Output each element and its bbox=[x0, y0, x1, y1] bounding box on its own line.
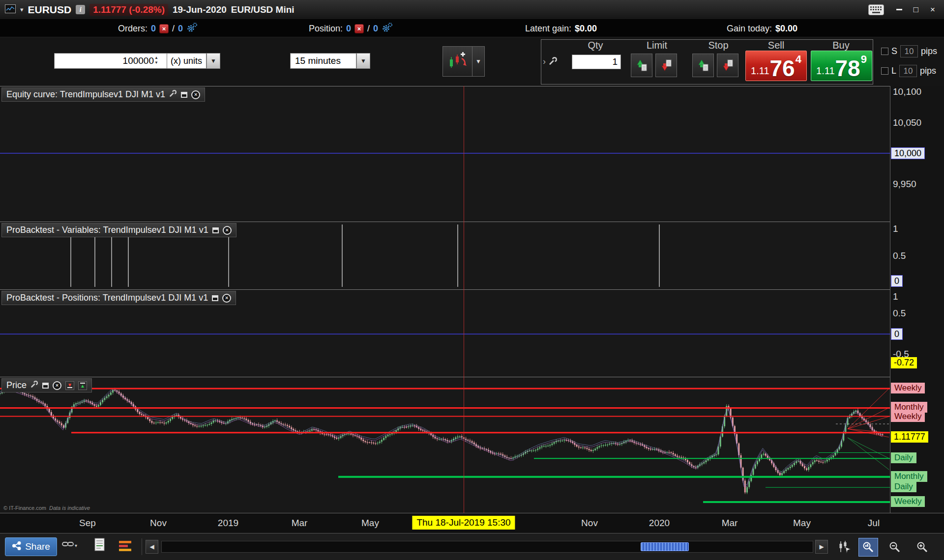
quantity-group: ▲▼ (x) units ▼ bbox=[54, 53, 220, 69]
x-axis-label: Nov bbox=[150, 518, 167, 529]
sell-column-label: Sell bbox=[744, 40, 808, 51]
timeframe-dropdown-arrow[interactable]: ▼ bbox=[356, 53, 370, 69]
price-chart[interactable] bbox=[0, 377, 890, 513]
sell-stop-order-button[interactable] bbox=[717, 54, 738, 77]
line-value-label: 0 bbox=[891, 328, 903, 340]
price-collapse-down-icon[interactable]: ▼ bbox=[65, 381, 74, 390]
chart-type-button[interactable] bbox=[442, 46, 472, 77]
time-axis[interactable]: SepNov2019MarMayNov2020MarMayJulThu 18-J… bbox=[0, 513, 944, 533]
price-window-icon[interactable] bbox=[42, 383, 49, 389]
chart-type-dropdown-arrow[interactable]: ▼ bbox=[472, 46, 485, 77]
sell-market-button[interactable]: 1.11 76 4 bbox=[745, 51, 807, 81]
variables-window-icon[interactable] bbox=[212, 227, 219, 233]
buy-price-sup: 9 bbox=[861, 53, 867, 66]
quantity-input[interactable] bbox=[54, 53, 167, 69]
instrument-dropdown-caret[interactable]: ▾ bbox=[20, 6, 24, 13]
price-level-label: Monthly bbox=[891, 471, 927, 482]
stepper-up-icon[interactable]: ▲ bbox=[154, 56, 158, 60]
equity-panel-title: Equity curve: TrendImpulsev1 DJI M1 v1 × bbox=[1, 87, 205, 102]
sell-limit-order-button[interactable] bbox=[655, 54, 677, 77]
orders-pending-count: 0 bbox=[178, 24, 183, 34]
y-axis-label: 9,950 bbox=[893, 178, 916, 190]
close-position-icon[interactable]: × bbox=[354, 24, 364, 33]
positions-close-icon[interactable]: × bbox=[222, 294, 231, 303]
zoom-selection-tool-button[interactable] bbox=[858, 538, 878, 557]
units-select-value[interactable]: (x) units bbox=[167, 53, 206, 69]
cancel-orders-icon[interactable]: × bbox=[159, 24, 169, 33]
link-dropdown-caret[interactable]: ▾ bbox=[75, 543, 77, 548]
buy-price-prefix: 1.11 bbox=[816, 65, 834, 77]
latent-gain-group: Latent gain: $0.00 bbox=[525, 20, 597, 37]
scroll-right-button[interactable]: ▶ bbox=[815, 540, 828, 554]
share-button[interactable]: Share bbox=[5, 537, 57, 556]
keyboard-icon[interactable] bbox=[868, 4, 884, 15]
chart-pointer-tool-icon[interactable] bbox=[835, 538, 855, 557]
chart-scrollbar-track[interactable] bbox=[161, 541, 813, 553]
stepper-down-icon[interactable]: ▼ bbox=[154, 60, 158, 65]
variables-panel-title-text: ProBacktest - Variables: TrendImpulsev1 … bbox=[6, 225, 208, 235]
orders-settings-icon[interactable] bbox=[186, 22, 198, 36]
sell-price-prefix: 1.11 bbox=[751, 65, 769, 77]
orders-open-count: 0 bbox=[151, 24, 156, 34]
crosshair-vertical-line bbox=[464, 86, 464, 513]
quantity-stepper[interactable]: ▲▼ bbox=[154, 56, 158, 65]
zoom-out-button[interactable] bbox=[885, 538, 905, 557]
orders-label: Orders: bbox=[118, 24, 148, 34]
position-status-group: Position: 0 × / 0 bbox=[309, 20, 393, 37]
share-icon bbox=[12, 541, 22, 553]
price-settings-wrench-icon[interactable] bbox=[30, 380, 38, 391]
buy-stop-order-button[interactable] bbox=[692, 54, 714, 77]
y-axis-label: 10,100 bbox=[893, 86, 921, 98]
ticket-settings-wrench-icon[interactable] bbox=[549, 56, 558, 67]
scroll-left-button[interactable]: ◀ bbox=[146, 540, 158, 554]
buy-limit-order-button[interactable] bbox=[631, 54, 652, 77]
positions-window-icon[interactable] bbox=[212, 295, 218, 301]
units-dropdown-arrow[interactable]: ▼ bbox=[206, 53, 220, 69]
position-label: Position: bbox=[309, 24, 343, 34]
price-level-label: Daily bbox=[891, 481, 916, 492]
link-chart-icon[interactable]: ▾ bbox=[62, 539, 77, 548]
limit-pips-input[interactable] bbox=[899, 65, 917, 77]
timeframe-select-value[interactable]: 15 minutes bbox=[290, 53, 356, 69]
qty-column-label: Qty bbox=[568, 40, 622, 51]
equity-settings-wrench-icon[interactable] bbox=[169, 89, 177, 100]
close-button[interactable]: × bbox=[926, 4, 939, 16]
limit-pips-checkbox[interactable] bbox=[881, 67, 888, 75]
limit-pips-unit: pips bbox=[920, 66, 936, 76]
chart-type-group: ▼ bbox=[442, 46, 485, 77]
price-expand-up-icon[interactable]: ▲ bbox=[78, 381, 87, 390]
ticket-collapse-arrow[interactable]: › bbox=[543, 56, 546, 67]
zoom-in-button[interactable] bbox=[913, 538, 932, 557]
stop-pips-checkbox[interactable] bbox=[881, 48, 888, 55]
equity-curve-chart[interactable] bbox=[0, 86, 890, 222]
equity-window-icon[interactable] bbox=[181, 92, 187, 98]
x-axis-label: 2020 bbox=[649, 518, 670, 529]
ticket-qty-input[interactable] bbox=[572, 55, 621, 69]
chart-window-icon[interactable] bbox=[5, 4, 16, 15]
maximize-button[interactable]: □ bbox=[910, 4, 922, 16]
variables-close-icon[interactable]: × bbox=[223, 226, 232, 235]
position-settings-icon[interactable] bbox=[382, 22, 393, 36]
price-level-label: Daily bbox=[891, 452, 916, 463]
trading-toolbar: ▲▼ (x) units ▼ 15 minutes ▼ ▼ › Qty Limi… bbox=[0, 37, 944, 86]
minimize-button[interactable] bbox=[893, 4, 906, 16]
stop-pips-input[interactable] bbox=[900, 45, 918, 57]
y-axis-label: 1 bbox=[893, 223, 898, 235]
price-level-label: Weekly bbox=[891, 496, 925, 507]
date-label: 19-Jun-2020 bbox=[173, 4, 227, 15]
copyright-text: © IT-Finance.com bbox=[3, 505, 46, 511]
price-close-icon[interactable]: × bbox=[53, 381, 61, 390]
equity-close-icon[interactable]: × bbox=[191, 90, 200, 99]
x-axis-label: May bbox=[361, 518, 379, 529]
price-axis-column[interactable]: 10,10010,05010,0009,95010.5010.50-0.5-0.… bbox=[890, 86, 944, 513]
info-icon[interactable]: i bbox=[76, 5, 85, 14]
chart-panels-area: 10,10010,05010,0009,95010.5010.50-0.5-0.… bbox=[0, 86, 944, 513]
latent-gain-value: $0.00 bbox=[575, 24, 597, 34]
workspace-list-icon[interactable] bbox=[119, 539, 133, 553]
cursor-value-label: 1.11777 bbox=[891, 431, 928, 443]
buy-market-button[interactable]: 1.11 78 9 bbox=[811, 51, 872, 81]
instrument-name-label: EUR/USD Mini bbox=[231, 4, 295, 15]
chart-scrollbar-thumb[interactable] bbox=[641, 542, 689, 551]
minimize-icon bbox=[896, 9, 902, 10]
news-document-icon[interactable] bbox=[94, 538, 105, 552]
